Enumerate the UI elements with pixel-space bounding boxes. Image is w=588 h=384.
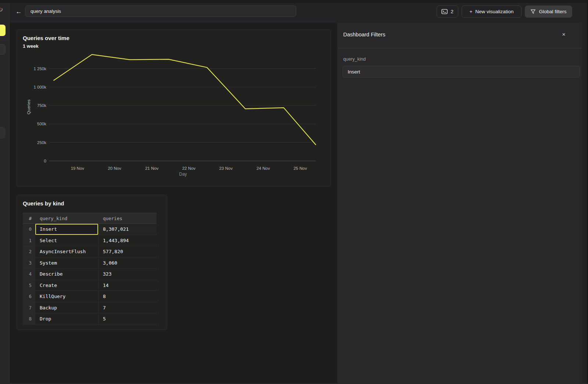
left-rail: ↻ — [0, 0, 10, 384]
queries-value-cell: 14 — [98, 280, 157, 291]
new-visualization-button[interactable]: + New visualization — [462, 6, 521, 18]
query-kind-cell[interactable]: AsyncInsertFlush — [35, 246, 98, 257]
table-header-cell: # — [23, 213, 35, 223]
plus-icon: + — [469, 9, 472, 14]
queries-value-cell: 3,060 — [98, 258, 157, 269]
table-row: 6KillQuery8 — [23, 291, 157, 302]
row-index-cell: 3 — [23, 258, 35, 269]
queries-value-cell: 1,443,894 — [98, 235, 157, 246]
row-index-cell: 0 — [23, 224, 35, 235]
dashboard-title-input[interactable]: query analysis — [25, 6, 296, 17]
query-kind-filter-input[interactable]: Insert — [343, 66, 580, 78]
queries-value-cell: 8 — [98, 291, 157, 302]
y-tick-label: 1 250k — [33, 67, 46, 71]
x-tick-label: 20 Nov — [108, 166, 121, 171]
y-tick-label: 750k — [37, 103, 46, 108]
row-index-cell: 6 — [23, 291, 35, 302]
queries-value-cell: 7 — [98, 302, 157, 313]
y-tick-label: 250k — [37, 140, 46, 145]
y-tick-label: 500k — [37, 122, 46, 126]
dashboard-title-value: query analysis — [31, 8, 61, 14]
funnel-icon — [530, 9, 536, 14]
table-title: Queries by kind — [23, 200, 64, 207]
rail-item-swatch[interactable] — [0, 44, 6, 55]
query-kind-cell[interactable]: Describe — [35, 269, 98, 280]
refresh-icon[interactable]: ↻ — [0, 6, 3, 14]
window-top-edge — [0, 0, 588, 3]
dashboard-filters-panel: Dashboard Filters ✕ query_kind Insert — [337, 23, 588, 384]
table-row: 8Drop5 — [23, 313, 157, 325]
table-row: 1Select1,443,894 — [23, 235, 157, 247]
back-button[interactable]: ← — [14, 7, 24, 17]
y-tick-label: 0 — [44, 159, 46, 163]
row-index-cell: 4 — [23, 269, 35, 280]
queries-value-cell: 577,820 — [98, 246, 157, 257]
dashboard-canvas: Queries over time 1 week 0250k500k750k1 … — [10, 23, 337, 384]
app-window: ↻ ← query analysis 2 + New visualization — [0, 0, 588, 384]
global-filters-label: Global filters — [539, 9, 566, 14]
queries-value-cell: 8,307,021 — [98, 224, 157, 235]
table-row: 3System3,060 — [23, 258, 157, 269]
rail-divider — [0, 40, 10, 40]
x-tick-label: 22 Nov — [182, 166, 196, 171]
query-kind-cell[interactable]: Backup — [35, 302, 98, 313]
filter-field-label: query_kind — [343, 57, 366, 62]
row-index-cell: 7 — [23, 302, 35, 313]
rail-item-swatch[interactable] — [0, 127, 6, 139]
queries-value-cell: 323 — [98, 269, 157, 280]
y-axis-title: Queries — [26, 100, 31, 115]
close-icon[interactable]: ✕ — [560, 31, 567, 38]
console-icon — [441, 9, 448, 14]
x-tick-label: 25 Nov — [294, 166, 307, 171]
series-line-queries — [54, 54, 316, 144]
query-kind-cell[interactable]: KillQuery — [35, 291, 98, 302]
new-visualization-label: New visualization — [475, 9, 513, 14]
query-kind-cell[interactable]: Select — [35, 235, 98, 246]
console-tabs-count: 2 — [451, 9, 453, 14]
x-tick-label: 19 Nov — [71, 166, 85, 171]
table-row: 0Insert8,307,021 — [23, 224, 157, 235]
rail-item-active-swatch[interactable] — [0, 25, 6, 36]
table-header-cell: query_kind — [35, 213, 98, 223]
x-tick-label: 24 Nov — [257, 166, 270, 171]
table-card: Queries by kind #query_kindqueries0Inser… — [17, 195, 167, 330]
table-header-row: #query_kindqueries — [23, 213, 157, 224]
table-row: 2AsyncInsertFlush577,820 — [23, 246, 157, 258]
chart-card: Queries over time 1 week 0250k500k750k1 … — [17, 29, 331, 187]
queries-over-time-line-chart: 0250k500k750k1 000k1 250k19 Nov20 Nov21 … — [17, 30, 331, 187]
query-kind-cell[interactable]: Insert — [35, 224, 98, 235]
global-filters-button[interactable]: Global filters — [525, 6, 572, 18]
x-tick-label: 21 Nov — [145, 166, 159, 171]
table-row: 7Backup7 — [23, 302, 157, 314]
query-kind-cell[interactable]: Drop — [35, 313, 98, 324]
console-tabs-button[interactable]: 2 — [437, 6, 458, 18]
y-tick-label: 1 000k — [33, 85, 46, 89]
query-kind-cell[interactable]: System — [35, 258, 98, 269]
table-row: 5Create14 — [23, 280, 157, 291]
row-index-cell: 8 — [23, 313, 35, 324]
query-kind-cell[interactable]: Create — [35, 280, 98, 291]
row-index-cell: 2 — [23, 246, 35, 257]
filters-panel-title: Dashboard Filters — [343, 32, 385, 37]
table-row: 4Describe323 — [23, 269, 157, 280]
row-index-cell: 1 — [23, 235, 35, 246]
x-axis-title: Day — [179, 172, 187, 177]
query-kind-filter-value: Insert — [348, 69, 360, 75]
x-tick-label: 23 Nov — [219, 166, 233, 171]
queries-value-cell: 5 — [98, 313, 157, 324]
panel-divider — [337, 48, 588, 49]
top-bar: ← query analysis 2 + New visualization — [10, 0, 588, 23]
queries-by-kind-table: #query_kindqueries0Insert8,307,0211Selec… — [23, 213, 157, 325]
row-index-cell: 5 — [23, 280, 35, 291]
table-header-cell: queries — [98, 213, 157, 223]
